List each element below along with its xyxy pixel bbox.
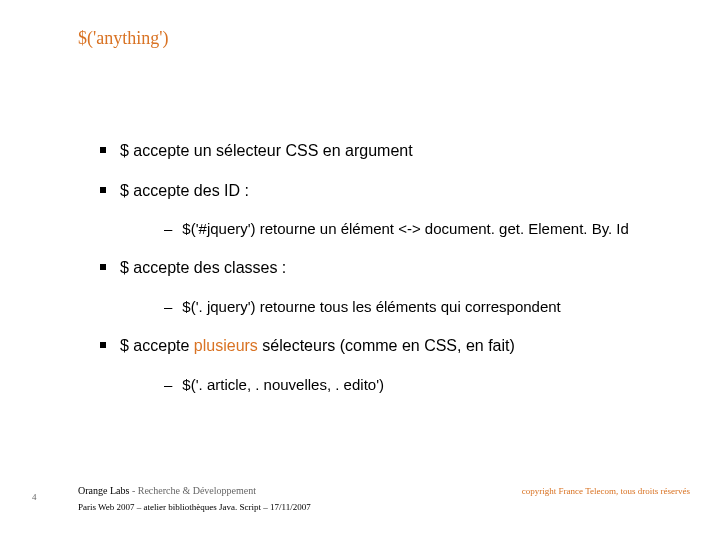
sub-bullet-item: – $('. article, . nouvelles, . edito') <box>164 375 690 395</box>
dash-bullet-icon: – <box>164 219 172 239</box>
sub-bullet-item: – $('#jquery') retourne un élément <-> d… <box>164 219 690 239</box>
org-dept: - Recherche & Développement <box>132 485 256 496</box>
slide: $('anything') $ accepte un sélecteur CSS… <box>0 0 720 540</box>
square-bullet-icon <box>100 187 106 193</box>
footer-org: Orange Labs - Recherche & Développement <box>78 485 256 496</box>
footer-copyright: copyright France Telecom, tous droits ré… <box>522 486 690 496</box>
dept-text: Recherche & Développement <box>138 485 256 496</box>
dash-bullet-icon: – <box>164 375 172 395</box>
bullet-suffix: sélecteurs (comme en CSS, en fait) <box>258 337 515 354</box>
bullet-item: $ accepte des classes : <box>100 257 690 279</box>
bullet-text: $ accepte un sélecteur CSS en argument <box>120 140 413 162</box>
bullet-text: $ accepte des classes : <box>120 257 286 279</box>
bullet-item: $ accepte plusieurs sélecteurs (comme en… <box>100 335 690 357</box>
bullet-text: $('. article, . nouvelles, . edito') <box>182 375 384 395</box>
sub-bullet-item: – $('. jquery') retourne tous les élémen… <box>164 297 690 317</box>
dash-bullet-icon: – <box>164 297 172 317</box>
bullet-item: $ accepte des ID : <box>100 180 690 202</box>
square-bullet-icon <box>100 147 106 153</box>
footer-top-row: Orange Labs - Recherche & Développement … <box>78 485 690 496</box>
bullet-item: $ accepte un sélecteur CSS en argument <box>100 140 690 162</box>
bullet-text: $ accepte des ID : <box>120 180 249 202</box>
page-number: 4 <box>32 492 37 502</box>
slide-content: $ accepte un sélecteur CSS en argument $… <box>100 140 690 413</box>
bullet-text: $ accepte plusieurs sélecteurs (comme en… <box>120 335 515 357</box>
bullet-text: $('. jquery') retourne tous les éléments… <box>182 297 560 317</box>
bullet-prefix: $ accepte <box>120 337 194 354</box>
square-bullet-icon <box>100 342 106 348</box>
slide-footer: Orange Labs - Recherche & Développement … <box>78 485 690 512</box>
footer-event: Paris Web 2007 – atelier bibliothèques J… <box>78 502 690 512</box>
square-bullet-icon <box>100 264 106 270</box>
bullet-text: $('#jquery') retourne un élément <-> doc… <box>182 219 629 239</box>
org-name: Orange Labs <box>78 485 129 496</box>
slide-title: $('anything') <box>78 28 168 49</box>
bullet-accent: plusieurs <box>194 337 258 354</box>
